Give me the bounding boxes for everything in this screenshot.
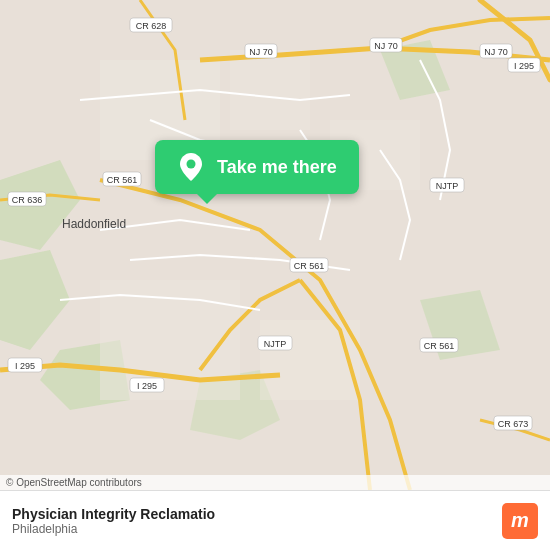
location-title: Physician Integrity Reclamatio bbox=[12, 506, 492, 522]
svg-rect-11 bbox=[260, 320, 360, 400]
svg-text:CR 561: CR 561 bbox=[424, 341, 455, 351]
take-me-there-button[interactable]: Take me there bbox=[155, 140, 359, 194]
map-copyright: © OpenStreetMap contributors bbox=[0, 475, 550, 490]
location-city: Philadelphia bbox=[12, 522, 492, 536]
take-me-label: Take me there bbox=[217, 157, 337, 178]
svg-text:NJ 70: NJ 70 bbox=[484, 47, 508, 57]
location-pin-icon bbox=[177, 150, 205, 184]
svg-text:I 295: I 295 bbox=[514, 61, 534, 71]
map-container: CR 628 NJ 70 NJ 70 NJ 70 I 295 CR 636 CR… bbox=[0, 0, 550, 490]
bottom-bar: Physician Integrity Reclamatio Philadelp… bbox=[0, 490, 550, 550]
svg-text:NJTP: NJTP bbox=[436, 181, 459, 191]
svg-text:I 295: I 295 bbox=[15, 361, 35, 371]
svg-text:CR 636: CR 636 bbox=[12, 195, 43, 205]
moovit-logo-letter: m bbox=[502, 503, 538, 539]
svg-text:CR 673: CR 673 bbox=[498, 419, 529, 429]
location-info: Physician Integrity Reclamatio Philadelp… bbox=[12, 506, 492, 536]
svg-text:CR 561: CR 561 bbox=[107, 175, 138, 185]
svg-text:NJ 70: NJ 70 bbox=[374, 41, 398, 51]
svg-text:NJ 70: NJ 70 bbox=[249, 47, 273, 57]
svg-text:Haddonfield: Haddonfield bbox=[62, 217, 126, 231]
copyright-text: © OpenStreetMap contributors bbox=[6, 477, 142, 488]
moovit-logo: m bbox=[502, 503, 538, 539]
svg-point-41 bbox=[187, 160, 196, 169]
svg-text:I 295: I 295 bbox=[137, 381, 157, 391]
svg-rect-8 bbox=[230, 50, 310, 130]
svg-text:CR 628: CR 628 bbox=[136, 21, 167, 31]
svg-text:CR 561: CR 561 bbox=[294, 261, 325, 271]
map-svg: CR 628 NJ 70 NJ 70 NJ 70 I 295 CR 636 CR… bbox=[0, 0, 550, 490]
svg-text:NJTP: NJTP bbox=[264, 339, 287, 349]
